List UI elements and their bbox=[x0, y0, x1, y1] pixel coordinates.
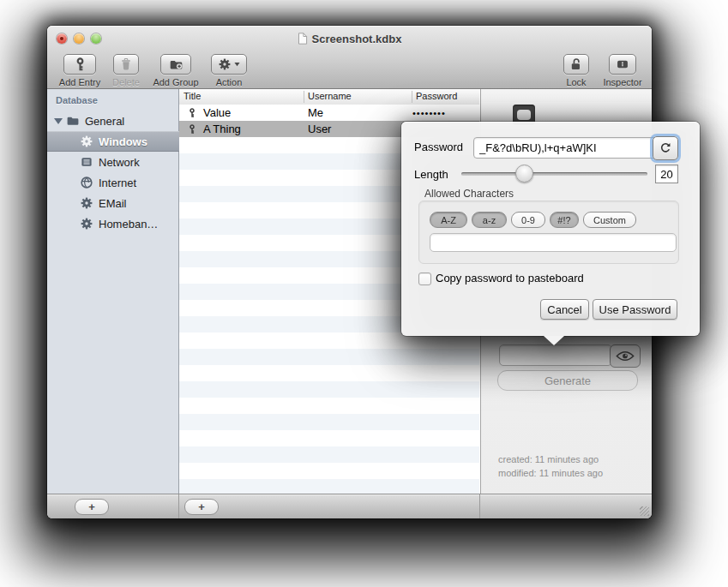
length-slider-knob[interactable] bbox=[515, 165, 533, 183]
sidebar-header: Database bbox=[56, 95, 98, 105]
gear-icon bbox=[80, 217, 93, 231]
add-group-plus-button[interactable]: + bbox=[75, 499, 109, 515]
plus-label: + bbox=[88, 501, 95, 512]
pill-label: a-z bbox=[483, 215, 496, 225]
password-generator-popover: Password Length Allowed Characters A-Z a… bbox=[401, 122, 700, 346]
sidebar-item-label: EMail bbox=[99, 197, 127, 210]
gear-icon bbox=[80, 135, 93, 148]
pill-label: Custom bbox=[593, 215, 626, 225]
length-slider-track[interactable] bbox=[461, 172, 647, 176]
delete-label: Delete bbox=[104, 77, 148, 87]
length-value-field[interactable] bbox=[655, 165, 678, 183]
lock-label: Lock bbox=[557, 77, 595, 87]
key-icon bbox=[73, 57, 87, 72]
pill-label: A-Z bbox=[441, 215, 456, 225]
plus-label: + bbox=[198, 501, 205, 512]
column-header-username[interactable]: Username bbox=[308, 91, 352, 101]
column-divider[interactable] bbox=[304, 91, 304, 103]
cancel-label: Cancel bbox=[547, 303, 581, 316]
add-group-label: Add Group bbox=[148, 77, 203, 87]
window-header: Screenshot.kdbx Add Entry Delete Add Gro… bbox=[47, 26, 652, 89]
info-icon bbox=[616, 57, 629, 71]
bottom-bar-divider bbox=[178, 494, 179, 518]
inspector-label: Inspector bbox=[599, 77, 647, 87]
add-entry-label: Add Entry bbox=[56, 77, 104, 87]
custom-characters-field[interactable] bbox=[430, 233, 677, 252]
add-entry-button[interactable]: Add Entry bbox=[56, 54, 104, 87]
cell-username: User bbox=[308, 123, 331, 135]
lock-button[interactable]: Lock bbox=[557, 54, 595, 87]
sidebar-item-label: Network bbox=[99, 156, 140, 169]
class-uppercase-toggle[interactable]: A-Z bbox=[430, 212, 467, 228]
disclosure-triangle-icon[interactable] bbox=[54, 118, 63, 124]
add-group-button[interactable]: Add Group bbox=[148, 54, 203, 87]
use-password-button[interactable]: Use Password bbox=[593, 299, 677, 320]
generate-label: Generate bbox=[544, 374, 591, 387]
length-label: Length bbox=[414, 168, 448, 181]
column-header-password[interactable]: Password bbox=[416, 91, 457, 101]
table-row[interactable]: Value Me •••••••• bbox=[179, 105, 479, 121]
sidebar-item-label: Internet bbox=[99, 177, 136, 189]
generate-button[interactable]: Generate bbox=[497, 370, 638, 391]
cell-title: Value bbox=[203, 106, 231, 119]
document-proxy-icon bbox=[298, 33, 308, 45]
window-title: Screenshot.kdbx bbox=[312, 33, 402, 45]
globe-icon bbox=[80, 176, 93, 189]
cell-password: •••••••• bbox=[412, 108, 446, 118]
sidebar-item-label: General bbox=[85, 115, 124, 128]
password-label: Password bbox=[414, 141, 463, 153]
popover-arrow bbox=[544, 336, 564, 345]
bottom-bar-divider bbox=[479, 494, 480, 518]
titlebar: Screenshot.kdbx bbox=[47, 31, 652, 46]
pill-label: 0-9 bbox=[521, 215, 535, 225]
key-icon bbox=[187, 107, 197, 119]
eye-icon bbox=[616, 350, 635, 362]
class-symbols-toggle[interactable]: #!? bbox=[550, 212, 579, 228]
folder-plus-icon bbox=[169, 57, 184, 72]
modified-timestamp: modified: 11 minutes ago bbox=[498, 468, 603, 478]
regenerate-button[interactable] bbox=[653, 136, 678, 160]
folder-icon bbox=[66, 114, 80, 128]
cell-username: Me bbox=[308, 106, 323, 119]
gear-icon bbox=[218, 57, 232, 71]
screenshot-canvas: Screenshot.kdbx Add Entry Delete Add Gro… bbox=[0, 0, 728, 587]
column-header-title[interactable]: Title bbox=[184, 91, 201, 101]
add-entry-plus-button[interactable]: + bbox=[184, 499, 219, 515]
reveal-password-button[interactable] bbox=[610, 344, 641, 368]
cancel-button[interactable]: Cancel bbox=[540, 299, 589, 320]
created-timestamp: created: 11 minutes ago bbox=[498, 454, 599, 464]
pill-label: #!? bbox=[557, 215, 570, 225]
use-password-label: Use Password bbox=[599, 303, 671, 316]
resize-grip[interactable] bbox=[640, 506, 649, 516]
network-icon bbox=[80, 155, 93, 169]
sidebar-item-general[interactable]: General bbox=[47, 111, 178, 131]
caret-down-icon bbox=[234, 62, 240, 67]
character-classes-box: A-Z a-z 0-9 #!? Custom bbox=[418, 201, 679, 264]
refresh-icon bbox=[659, 142, 671, 154]
table-header: Title Username Password bbox=[179, 89, 479, 105]
key-icon bbox=[187, 123, 197, 135]
class-custom-toggle[interactable]: Custom bbox=[583, 212, 636, 228]
inspector-password-field[interactable] bbox=[499, 344, 612, 366]
sidebar-item-label: Windows bbox=[99, 135, 147, 148]
column-divider[interactable] bbox=[412, 91, 412, 103]
class-digits-toggle[interactable]: 0-9 bbox=[511, 212, 545, 228]
action-button[interactable]: Action bbox=[205, 54, 253, 87]
bottom-bar: + + bbox=[47, 494, 652, 518]
allowed-characters-label: Allowed Characters bbox=[424, 188, 514, 200]
inspector-button[interactable]: Inspector bbox=[599, 54, 647, 87]
copy-password-checkbox[interactable] bbox=[418, 273, 431, 285]
sidebar: Database General Windows 2 Network bbox=[47, 89, 179, 494]
lock-open-icon bbox=[569, 57, 583, 71]
class-lowercase-toggle[interactable]: a-z bbox=[472, 212, 507, 228]
generated-password-field[interactable] bbox=[473, 137, 659, 159]
sidebar-item-label: Homeban… bbox=[99, 218, 158, 231]
action-label: Action bbox=[205, 77, 253, 87]
trash-icon bbox=[119, 57, 133, 71]
cell-title: A Thing bbox=[203, 123, 241, 135]
copy-password-label: Copy password to pasteboard bbox=[436, 272, 584, 285]
delete-button[interactable]: Delete bbox=[104, 54, 148, 87]
gear-icon bbox=[80, 196, 93, 210]
popover-body: Password Length Allowed Characters A-Z a… bbox=[401, 122, 700, 336]
